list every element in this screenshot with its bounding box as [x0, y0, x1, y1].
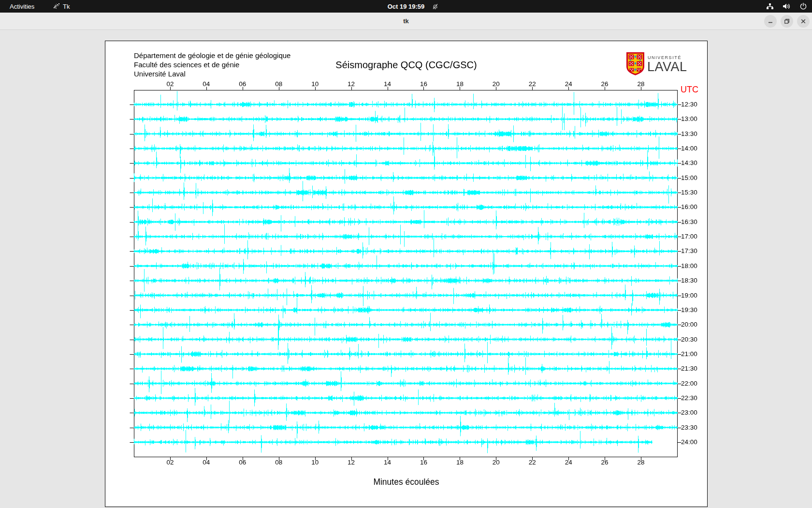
trace-time-label: 13:30: [681, 130, 697, 137]
network-wired-icon: [766, 2, 774, 10]
trace-time-label: 19:00: [681, 292, 697, 299]
bottom-axis-tick-label: 06: [239, 459, 246, 466]
bottom-axis-tick-label: 10: [311, 459, 319, 466]
bottom-axis-tick-label: 16: [420, 459, 427, 466]
bottom-axis-tick-label: 22: [529, 459, 536, 466]
seismograph-page: Département de géologie et de génie géol…: [105, 41, 708, 507]
bottom-axis-tick-label: 12: [348, 459, 355, 466]
minimize-button[interactable]: [764, 15, 777, 28]
trace-time-label: 17:30: [681, 247, 697, 254]
trace-time-label: 19:30: [681, 306, 697, 314]
top-axis-tick-label: 28: [638, 80, 645, 88]
bottom-axis-tick-label: 08: [275, 459, 282, 466]
top-axis-tick-label: 02: [166, 80, 174, 88]
window-title: tk: [0, 13, 812, 30]
trace-time-label: 13:00: [681, 115, 697, 122]
trace-time-label: 20:00: [681, 321, 697, 328]
top-axis-tick-label: 26: [601, 80, 609, 88]
app-menu-label: Tk: [63, 3, 70, 10]
laval-shield-icon: [626, 52, 644, 75]
activities-button[interactable]: Activities: [6, 0, 38, 13]
volume-icon: [783, 2, 791, 10]
screen: Activities Tk Oct 19 19:59: [0, 0, 812, 508]
bottom-axis-tick-label: 20: [493, 459, 500, 466]
trace-time-label: 14:00: [681, 145, 697, 152]
notifications-muted-icon: [432, 0, 439, 13]
bottom-axis-tick-label: 28: [638, 459, 645, 466]
trace-time-label: 12:30: [681, 101, 697, 108]
bottom-axis-tick-label: 26: [601, 459, 609, 466]
app-menu-tk[interactable]: Tk: [50, 0, 72, 13]
trace-time-label: 20:30: [681, 336, 697, 343]
clock-button[interactable]: Oct 19 19:59: [388, 0, 425, 13]
top-axis-tick-label: 18: [456, 80, 464, 88]
trace-time-label: 22:30: [681, 394, 697, 402]
maximize-button[interactable]: [781, 15, 793, 28]
bottom-axis-tick-label: 04: [203, 459, 210, 466]
bottom-axis-tick-label: 02: [166, 459, 174, 466]
trace-time-label: 15:00: [681, 174, 697, 181]
trace-time-label: 22:00: [681, 380, 697, 387]
top-axis-tick-label: 06: [239, 80, 246, 88]
trace-time-label: 18:30: [681, 277, 697, 284]
laval-logo: UNIVERSITÉ LAVAL: [626, 51, 699, 76]
bottom-axis-tick-label: 18: [456, 459, 464, 466]
utc-label: UTC: [681, 85, 698, 95]
x-axis-title: Minutes écoulées: [105, 477, 707, 487]
trace-time-label: 16:00: [681, 203, 697, 210]
close-icon: [800, 18, 806, 24]
logo-laval-text: LAVAL: [647, 60, 687, 75]
tk-feather-icon: [53, 3, 60, 10]
power-icon: [799, 2, 807, 10]
top-axis-tick-label: 20: [493, 80, 500, 88]
top-axis-tick-label: 24: [565, 80, 572, 88]
clock-text: Oct 19 19:59: [388, 3, 425, 10]
top-axis-tick-label: 16: [420, 80, 427, 88]
trace-time-label: 23:30: [681, 424, 697, 431]
top-axis-tick-label: 08: [275, 80, 282, 88]
trace-time-label: 21:00: [681, 350, 697, 358]
trace-time-label: 21:30: [681, 365, 697, 372]
trace-time-label: 15:30: [681, 189, 697, 196]
gnome-top-bar: Activities Tk Oct 19 19:59: [0, 0, 812, 13]
trace-time-label: 14:30: [681, 159, 697, 166]
plot-title: Séismographe QCQ (CGC/GSC): [105, 60, 707, 71]
trace-time-label: 23:00: [681, 409, 697, 416]
top-axis-tick-label: 14: [384, 80, 391, 88]
trace-time-label: 24:00: [681, 438, 697, 446]
window-titlebar: tk: [0, 13, 812, 30]
bottom-axis-tick-label: 14: [384, 459, 391, 466]
top-axis-tick-label: 12: [348, 80, 355, 88]
seismogram-canvas: [105, 41, 708, 508]
trace-time-label: 18:00: [681, 262, 697, 269]
trace-time-label: 17:00: [681, 233, 697, 240]
address-line-1: Département de géologie et de génie géol…: [134, 51, 290, 60]
maximize-icon: [784, 18, 790, 24]
system-status-menu[interactable]: [766, 0, 807, 13]
close-button[interactable]: [797, 15, 810, 28]
activities-label: Activities: [10, 3, 34, 10]
trace-time-label: 16:30: [681, 218, 697, 225]
top-axis-tick-label: 10: [311, 80, 319, 88]
bottom-axis-tick-label: 24: [565, 459, 572, 466]
minimize-icon: [768, 18, 773, 24]
top-axis-tick-label: 22: [529, 80, 536, 88]
top-axis-tick-label: 04: [203, 80, 210, 88]
window-content-area: Département de géologie et de génie géol…: [0, 30, 812, 508]
